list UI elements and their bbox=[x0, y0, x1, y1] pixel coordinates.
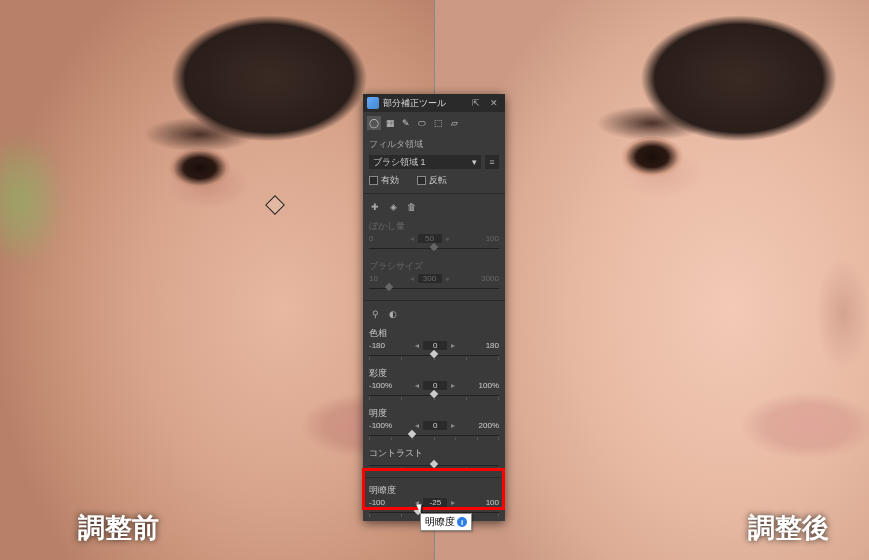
enable-label: 有効 bbox=[381, 174, 399, 187]
bright-increment[interactable]: ▸ bbox=[449, 421, 457, 430]
brushsize-max: 3000 bbox=[481, 274, 499, 283]
after-caption: 調整後 bbox=[748, 510, 829, 546]
region-options-row: 有効 反転 bbox=[363, 171, 505, 190]
mask-tools-row: ◯ ▦ ✎ ⬭ ⬚ ▱ bbox=[363, 112, 505, 134]
close-icon[interactable]: ✕ bbox=[487, 98, 501, 108]
invert-checkbox[interactable]: 反転 bbox=[417, 174, 447, 187]
blur-label: ぼかし量 bbox=[369, 220, 405, 233]
hue-max: 180 bbox=[486, 341, 499, 350]
invert-label: 反転 bbox=[429, 174, 447, 187]
chevron-down-icon: ▾ bbox=[472, 157, 477, 167]
panel-header[interactable]: 部分補正ツール ⇱ ✕ bbox=[363, 94, 505, 112]
clarity-increment[interactable]: ▸ bbox=[449, 498, 457, 507]
region-menu-button[interactable]: ≡ bbox=[485, 155, 499, 169]
bright-min: -100% bbox=[369, 421, 392, 430]
panel-icon bbox=[367, 97, 379, 109]
hue-value[interactable]: 0 bbox=[423, 341, 447, 350]
blur-slider: ぼかし量 0 ◂ 50 ▸ 100 bbox=[363, 217, 505, 257]
sat-track[interactable] bbox=[369, 392, 499, 400]
brushsize-decrement[interactable]: ◂ bbox=[408, 274, 416, 283]
contrast-label: コントラスト bbox=[369, 447, 423, 460]
region-dropdown[interactable]: ブラシ領域 1 ▾ bbox=[369, 155, 481, 169]
color-ops-row: ⚲ ◐ bbox=[363, 304, 505, 324]
brushsize-min: 10 bbox=[369, 274, 378, 283]
brush-erase-icon[interactable]: ◈ bbox=[387, 201, 399, 213]
hue-increment[interactable]: ▸ bbox=[449, 341, 457, 350]
contrast-slider: コントラスト bbox=[363, 444, 505, 474]
brush-mask-icon[interactable]: ✎ bbox=[399, 116, 413, 130]
filter-section-label: フィルタ領域 bbox=[363, 134, 505, 153]
brush-delete-icon[interactable]: 🗑 bbox=[405, 201, 417, 213]
blur-increment[interactable]: ▸ bbox=[444, 234, 452, 243]
palette-icon[interactable]: ◐ bbox=[387, 308, 399, 320]
hue-decrement[interactable]: ◂ bbox=[413, 341, 421, 350]
bright-max: 200% bbox=[479, 421, 499, 430]
blur-value[interactable]: 50 bbox=[418, 234, 442, 243]
polygon-mask-icon[interactable]: ▱ bbox=[447, 116, 461, 130]
hue-label: 色相 bbox=[369, 327, 387, 340]
sat-increment[interactable]: ▸ bbox=[449, 381, 457, 390]
ellipse-mask-icon[interactable]: ⬭ bbox=[415, 116, 429, 130]
eyedropper-icon[interactable]: ⚲ bbox=[369, 308, 381, 320]
circle-mask-icon[interactable]: ◯ bbox=[367, 116, 381, 130]
sat-decrement[interactable]: ◂ bbox=[413, 381, 421, 390]
clarity-label: 明瞭度 bbox=[369, 484, 396, 497]
adjustment-panel: 部分補正ツール ⇱ ✕ ◯ ▦ ✎ ⬭ ⬚ ▱ フィルタ領域 ブラシ領域 1 ▾… bbox=[363, 94, 505, 521]
blur-min: 0 bbox=[369, 234, 373, 243]
tooltip-text: 明瞭度 bbox=[425, 515, 455, 529]
brush-add-icon[interactable]: ✚ bbox=[369, 201, 381, 213]
panel-title: 部分補正ツール bbox=[383, 97, 465, 110]
clarity-tooltip: 明瞭度 i bbox=[420, 513, 472, 531]
blur-track[interactable] bbox=[369, 245, 499, 253]
blur-decrement[interactable]: ◂ bbox=[408, 234, 416, 243]
sat-max: 100% bbox=[479, 381, 499, 390]
hue-min: -180 bbox=[369, 341, 385, 350]
clarity-max: 100 bbox=[486, 498, 499, 507]
sat-label: 彩度 bbox=[369, 367, 387, 380]
bright-value[interactable]: 0 bbox=[423, 421, 447, 430]
saturation-slider: 彩度 -100% ◂ 0 ▸ 100% bbox=[363, 364, 505, 404]
info-icon: i bbox=[457, 517, 467, 527]
rect-mask-icon[interactable]: ⬚ bbox=[431, 116, 445, 130]
brushsize-value[interactable]: 300 bbox=[418, 274, 442, 283]
contrast-track[interactable] bbox=[369, 462, 499, 470]
brushsize-slider: ブラシサイズ 10 ◂ 300 ▸ 3000 bbox=[363, 257, 505, 297]
clarity-min: -100 bbox=[369, 498, 385, 507]
hue-track[interactable] bbox=[369, 352, 499, 360]
pin-icon[interactable]: ⇱ bbox=[469, 98, 483, 108]
brushsize-track[interactable] bbox=[369, 285, 499, 293]
sat-min: -100% bbox=[369, 381, 392, 390]
bright-decrement[interactable]: ◂ bbox=[413, 421, 421, 430]
brush-ops-row: ✚ ◈ 🗑 bbox=[363, 197, 505, 217]
bright-label: 明度 bbox=[369, 407, 387, 420]
region-row: ブラシ領域 1 ▾ ≡ bbox=[363, 153, 505, 171]
before-caption: 調整前 bbox=[78, 510, 159, 546]
brushsize-increment[interactable]: ▸ bbox=[444, 274, 452, 283]
bright-track[interactable] bbox=[369, 432, 499, 440]
region-dropdown-label: ブラシ領域 1 bbox=[373, 156, 426, 169]
clarity-value[interactable]: -25 bbox=[423, 498, 447, 507]
blur-max: 100 bbox=[486, 234, 499, 243]
brushsize-label: ブラシサイズ bbox=[369, 260, 423, 273]
enable-checkbox[interactable]: 有効 bbox=[369, 174, 399, 187]
sat-value[interactable]: 0 bbox=[423, 381, 447, 390]
brightness-slider: 明度 -100% ◂ 0 ▸ 200% bbox=[363, 404, 505, 444]
gradient-mask-icon[interactable]: ▦ bbox=[383, 116, 397, 130]
hue-slider: 色相 -180 ◂ 0 ▸ 180 bbox=[363, 324, 505, 364]
